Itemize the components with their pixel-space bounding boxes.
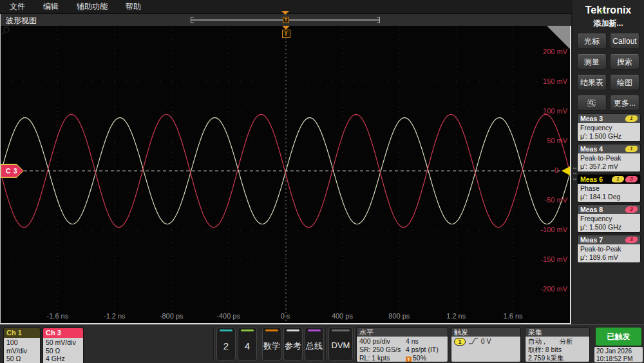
add-new-header: 添加新... xyxy=(573,18,644,29)
menu-accessibility[interactable]: 辅助功能 xyxy=(77,1,108,12)
ch4-color-stripe xyxy=(241,329,254,331)
waveform-traces xyxy=(1,26,570,323)
callout-button[interactable]: Callout xyxy=(610,34,639,49)
measurement-list: Meas 31 Frequencyμ': 1.500 GHz Meas 41 P… xyxy=(577,113,641,265)
source3-chip: 3 xyxy=(625,237,638,243)
ch3-impedance: 50 Ω xyxy=(46,347,80,355)
channel1-badge[interactable]: Ch 1 100 mV/div 50 Ω 4 GHz xyxy=(3,328,41,363)
meas-value: μ': 1.500 GHz xyxy=(580,132,638,141)
tab-waveform-view[interactable]: 波形视图 xyxy=(6,15,37,26)
plot-button[interactable]: 绘图 xyxy=(610,75,639,90)
acq-mode: 自动 , xyxy=(528,337,545,346)
ch1-impedance: 50 Ω xyxy=(6,355,37,363)
y-tick-label: -100 mV xyxy=(540,226,567,233)
meas-name: Phase xyxy=(580,184,638,193)
meas6-badge-selected[interactable]: Meas 613 Phaseμ': 184.1 Deg xyxy=(577,174,641,202)
meas-value: μ': 357.2 mV xyxy=(580,162,638,171)
source1-chip: 1 xyxy=(625,146,638,152)
trigger-source-chip: 1 xyxy=(454,338,466,346)
h-resolution: 4 ps/pt (IT) xyxy=(406,346,439,354)
menu-edit[interactable]: 编辑 xyxy=(43,1,59,12)
search-zone-button[interactable] xyxy=(577,95,607,111)
ch1-scale: 100 mV/div xyxy=(6,338,37,355)
channel3-badge[interactable]: Ch 3 50 mV/div 50 Ω 4 GHz xyxy=(43,328,84,363)
pan-zoom-bar[interactable]: T xyxy=(191,17,380,23)
datetime-display: 20 Jan 2026 10:18:52 PM xyxy=(594,347,643,362)
separator xyxy=(325,328,327,360)
meas-name: Frequency xyxy=(580,215,638,223)
source1-chip: 1 xyxy=(625,115,638,122)
cursors-button[interactable]: 光标 xyxy=(577,34,607,49)
meas-name: Peak-to-Peak xyxy=(580,245,638,253)
separator xyxy=(213,328,214,360)
tektronix-logo: Tek∕tronix xyxy=(573,0,644,16)
channel2-button[interactable]: 2 xyxy=(216,327,236,361)
pan-zoom-left-bracket[interactable] xyxy=(191,17,194,23)
pan-zoom-right-bracket[interactable] xyxy=(377,17,380,23)
meas7-badge[interactable]: Meas 73 Peak-to-Peakμ': 189.6 mV xyxy=(577,235,641,263)
x-tick-label: 0 s xyxy=(281,312,290,320)
bus-button[interactable]: 总线 xyxy=(305,327,324,361)
trigger-position-marker[interactable]: T xyxy=(278,26,294,38)
more-button[interactable]: 更多... xyxy=(610,95,639,111)
trigger-level: 0 V xyxy=(481,337,491,345)
x-tick-label: -400 ps xyxy=(216,312,240,320)
x-tick-label: -1.2 ns xyxy=(104,312,126,320)
meas-name: Frequency xyxy=(580,124,638,132)
horizontal-panel[interactable]: 水平 400 ps/div4 ns SR: 250 GS/s4 ps/pt (I… xyxy=(356,328,448,362)
dvm-button[interactable]: DVM xyxy=(328,327,353,361)
zoom-corner-control[interactable] xyxy=(547,26,570,49)
trigger-level-arrow-icon[interactable] xyxy=(562,166,570,175)
settings-bar: Ch 1 100 mV/div 50 Ω 4 GHz Ch 3 50 mV/di… xyxy=(0,324,644,363)
results-table-button[interactable]: 结果表 xyxy=(577,75,607,90)
channel4-button[interactable]: 4 xyxy=(238,327,257,361)
waveform-plot[interactable]: 200 mV150 mV100 mV50 mV0-50 mV-100 mV-15… xyxy=(0,26,571,324)
ref-button[interactable]: 参考 xyxy=(283,327,303,361)
rising-edge-icon xyxy=(468,337,479,345)
ch3-scale: 50 mV/div xyxy=(46,338,80,347)
add-new-grid: 光标 Callout 测量 搜索 结果表 绘图 更多... xyxy=(577,34,639,111)
x-tick-label: 800 ps xyxy=(388,312,410,320)
y-tick-label: 100 mV xyxy=(543,107,567,115)
separator xyxy=(259,328,260,360)
trigger-panel[interactable]: 触发 1 0 V xyxy=(451,328,521,362)
source3-chip: 3 xyxy=(625,176,638,182)
x-tick-label: 400 ps xyxy=(332,312,353,320)
acq-analysis: 分析 xyxy=(560,337,573,346)
source3-chip: 3 xyxy=(625,206,638,213)
x-tick-label: 1.6 ns xyxy=(504,312,523,320)
separator xyxy=(354,328,355,360)
math-button[interactable]: 数学 xyxy=(262,327,281,361)
trigger-position-mini-marker[interactable]: T xyxy=(283,17,289,23)
ch3-bandwidth: 4 GHz xyxy=(46,355,80,363)
source1-chip: 1 xyxy=(611,176,625,182)
menu-file[interactable]: 文件 xyxy=(10,1,25,12)
y-tick-label: 150 mV xyxy=(543,77,567,85)
ch2-color-stripe xyxy=(220,329,232,331)
h-position: 50% xyxy=(413,354,426,362)
y-tick-label: 50 mV xyxy=(547,137,567,144)
search-zone-icon xyxy=(587,99,597,108)
h-samplerate: SR: 250 GS/s xyxy=(359,346,406,354)
math-color-stripe xyxy=(265,329,278,331)
menu-help[interactable]: 帮助 xyxy=(126,1,141,12)
meas4-badge[interactable]: Meas 41 Peak-to-Peakμ': 357.2 mV xyxy=(577,144,641,172)
meas-name: Peak-to-Peak xyxy=(580,154,638,162)
acquisition-panel[interactable]: 采集 自动 ,分析 取样: 8 bits 2.759 k采集 xyxy=(525,328,590,362)
acq-count: 2.759 k采集 xyxy=(528,354,587,362)
triggered-status-button[interactable]: 已触发 xyxy=(596,328,641,346)
date: 20 Jan 2026 xyxy=(596,348,641,355)
meas8-badge[interactable]: Meas 83 Frequencyμ': 1.500 GHz xyxy=(577,204,641,233)
measure-button[interactable]: 测量 xyxy=(577,54,607,70)
search-button[interactable]: 搜索 xyxy=(610,54,639,70)
trigger-t-icon: T xyxy=(406,357,412,362)
x-tick-label: -800 ps xyxy=(160,312,184,320)
meas-value: μ': 1.500 GHz xyxy=(580,223,638,231)
time: 10:18:52 PM xyxy=(596,355,641,363)
acq-sample: 取样: 8 bits xyxy=(528,346,587,354)
meas-value: μ': 189.6 mV xyxy=(580,253,638,262)
bus-color-stripe xyxy=(308,329,321,331)
trigger-top-arrow-icon xyxy=(281,11,289,15)
y-tick-label: -200 mV xyxy=(540,285,567,293)
meas3-badge[interactable]: Meas 31 Frequencyμ': 1.500 GHz xyxy=(577,113,641,142)
